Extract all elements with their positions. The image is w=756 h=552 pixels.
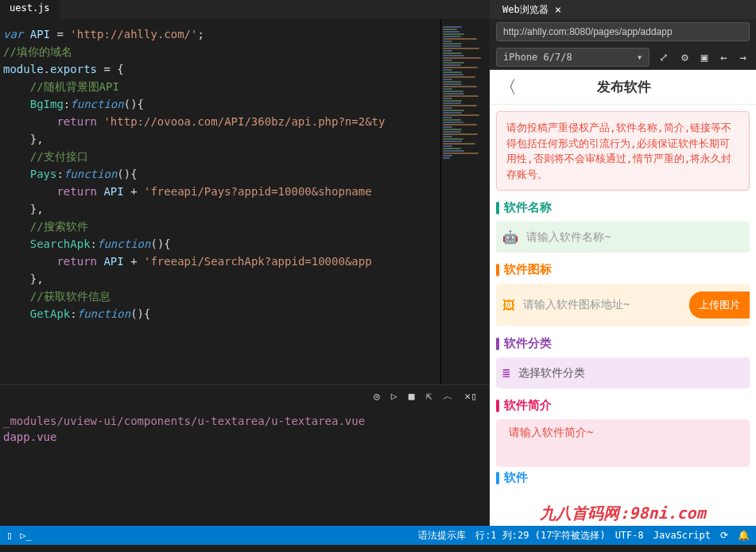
upload-button[interactable]: 上传图片: [689, 291, 750, 318]
cursor-position[interactable]: 行:1 列:29 (17字符被选择): [475, 529, 605, 542]
warning-notice: 请勿投稿严重侵权产品,软件名称,简介,链接等不得包括任何形式的引流行为,必须保证…: [496, 111, 750, 191]
mobile-preview: 〈 发布软件 请勿投稿严重侵权产品,软件名称,简介,链接等不得包括任何形式的引流…: [490, 70, 756, 526]
url-input[interactable]: [496, 22, 750, 41]
section-software-category: 软件分类 ≣ 选择软件分类: [496, 336, 750, 388]
section-label: 软件分类: [504, 336, 552, 351]
clear-icon[interactable]: ✕▯: [464, 390, 477, 402]
sync-icon[interactable]: ⟳: [720, 530, 728, 541]
list-icon: ≣: [502, 365, 510, 380]
console-line: _modules/uview-ui/components/u-textarea/…: [3, 413, 487, 429]
section-bar-icon: [496, 400, 499, 412]
section-next: 软件: [496, 470, 750, 485]
browser-tab[interactable]: Web浏览器 ×: [496, 0, 568, 20]
close-icon[interactable]: ×: [555, 3, 561, 16]
browser-tab-bar: Web浏览器 ×: [490, 0, 756, 19]
section-bar-icon: [496, 202, 499, 214]
section-label: 软件图标: [504, 262, 552, 277]
device-selector[interactable]: iPhone 6/7/8 ▾: [496, 48, 649, 67]
language-mode[interactable]: JavaScript: [653, 530, 711, 541]
section-bar-icon: [496, 338, 499, 350]
software-name-input[interactable]: 🤖 请输入软件名称~: [496, 222, 750, 253]
code-editor[interactable]: var API = 'http://ahlly.com/'; //填你的域名 m…: [0, 19, 490, 384]
section-software-name: 软件名称 🤖 请输入软件名称~: [496, 200, 750, 253]
bell-icon[interactable]: 🔔: [738, 530, 750, 541]
gear-icon[interactable]: ⚙: [678, 49, 691, 65]
encoding[interactable]: UTF-8: [615, 530, 644, 541]
software-icon-input[interactable]: 🖼 请输入软件图标地址~ 上传图片: [496, 284, 750, 326]
section-bar-icon: [496, 472, 499, 484]
section-label: 软件: [504, 470, 528, 485]
chevron-down-icon: ▾: [637, 52, 642, 63]
android-icon: 🤖: [502, 230, 518, 245]
stop-icon[interactable]: ■: [409, 390, 415, 402]
software-brief-textarea[interactable]: 请输入软件简介~: [496, 419, 750, 467]
export-icon[interactable]: ⇱: [426, 390, 432, 402]
section-label: 软件名称: [504, 200, 552, 215]
mobile-header: 〈 发布软件: [490, 70, 756, 105]
terminal-icon[interactable]: ▷_: [20, 530, 31, 541]
section-bar-icon: [496, 264, 499, 276]
browser-pane: Web浏览器 × iPhone 6/7/8 ▾ ⤢ ⚙ ▣ ← → 〈 发布软件…: [490, 0, 756, 526]
editor-tab[interactable]: uest.js: [0, 0, 60, 19]
section-label: 软件简介: [504, 398, 552, 413]
url-bar: [490, 19, 756, 44]
status-bar: ▯ ▷_ 语法提示库 行:1 列:29 (17字符被选择) UTF-8 Java…: [0, 526, 756, 545]
minimap[interactable]: [440, 19, 490, 384]
collapse-icon[interactable]: ︿: [443, 389, 453, 403]
target-icon[interactable]: ◎: [374, 390, 380, 402]
status-icon[interactable]: ▯: [6, 530, 12, 541]
run-icon[interactable]: ▷: [391, 390, 397, 402]
nav-forward-icon[interactable]: →: [737, 49, 750, 65]
section-software-brief: 软件简介 请输入软件简介~: [496, 398, 750, 467]
section-software-icon: 软件图标 🖼 请输入软件图标地址~ 上传图片: [496, 262, 750, 326]
image-icon: 🖼: [502, 298, 515, 313]
screenshot-icon[interactable]: ▣: [698, 49, 711, 65]
editor-pane: uest.js var API = 'http://ahlly.com/'; /…: [0, 0, 490, 526]
nav-back-icon[interactable]: ←: [717, 49, 730, 65]
console-output[interactable]: _modules/uview-ui/components/u-textarea/…: [0, 407, 490, 526]
debug-toolbar: ◎ ▷ ■ ⇱ ︿ ✕▯: [0, 384, 490, 407]
syntax-hint[interactable]: 语法提示库: [418, 529, 466, 542]
console-line: dapp.vue: [3, 429, 487, 445]
back-icon[interactable]: 〈: [499, 75, 517, 99]
device-toolbar: iPhone 6/7/8 ▾ ⤢ ⚙ ▣ ← →: [490, 44, 756, 70]
watermark: 九八首码网:98ni.com: [490, 503, 756, 524]
page-title: 发布软件: [517, 78, 731, 96]
expand-icon[interactable]: ⤢: [656, 49, 672, 65]
software-category-select[interactable]: ≣ 选择软件分类: [496, 357, 750, 388]
editor-tab-bar: uest.js: [0, 0, 490, 19]
